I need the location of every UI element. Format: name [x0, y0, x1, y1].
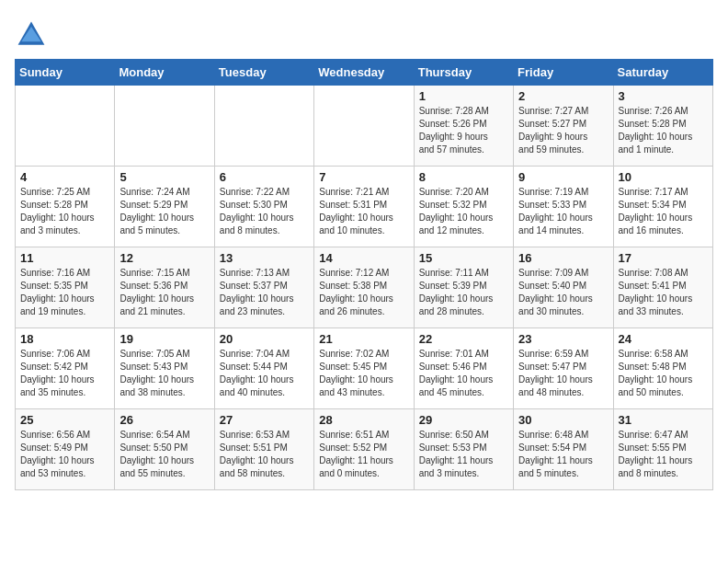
- day-info: Sunrise: 7:04 AM Sunset: 5:44 PM Dayligh…: [220, 348, 309, 399]
- day-number: 23: [518, 332, 608, 346]
- calendar-cell: 4Sunrise: 7:25 AM Sunset: 5:28 PM Daylig…: [16, 167, 115, 247]
- calendar-cell: 30Sunrise: 6:48 AM Sunset: 5:54 PM Dayli…: [514, 409, 613, 490]
- calendar-cell: [115, 86, 214, 167]
- calendar-cell: 3Sunrise: 7:26 AM Sunset: 5:28 PM Daylig…: [613, 86, 712, 167]
- day-info: Sunrise: 7:16 AM Sunset: 5:35 PM Dayligh…: [20, 267, 109, 318]
- day-info: Sunrise: 6:47 AM Sunset: 5:55 PM Dayligh…: [619, 429, 708, 480]
- day-info: Sunrise: 7:17 AM Sunset: 5:34 PM Dayligh…: [619, 186, 708, 237]
- day-number: 24: [619, 332, 708, 346]
- day-info: Sunrise: 7:09 AM Sunset: 5:40 PM Dayligh…: [518, 267, 608, 318]
- day-info: Sunrise: 7:15 AM Sunset: 5:36 PM Dayligh…: [119, 267, 209, 318]
- day-number: 10: [619, 170, 708, 184]
- calendar-cell: 24Sunrise: 6:58 AM Sunset: 5:48 PM Dayli…: [613, 328, 712, 409]
- day-info: Sunrise: 6:48 AM Sunset: 5:54 PM Dayligh…: [518, 429, 608, 480]
- day-info: Sunrise: 6:58 AM Sunset: 5:48 PM Dayligh…: [619, 348, 708, 399]
- calendar-header-monday: Monday: [115, 60, 214, 86]
- calendar-header-tuesday: Tuesday: [214, 60, 313, 86]
- day-info: Sunrise: 7:28 AM Sunset: 5:26 PM Dayligh…: [419, 105, 508, 156]
- calendar-cell: 5Sunrise: 7:24 AM Sunset: 5:29 PM Daylig…: [115, 167, 214, 247]
- day-number: 19: [119, 332, 209, 346]
- day-number: 28: [319, 413, 408, 427]
- day-number: 5: [119, 170, 209, 184]
- calendar-cell: 6Sunrise: 7:22 AM Sunset: 5:30 PM Daylig…: [214, 167, 313, 247]
- day-info: Sunrise: 7:19 AM Sunset: 5:33 PM Dayligh…: [518, 186, 608, 237]
- calendar-cell: 1Sunrise: 7:28 AM Sunset: 5:26 PM Daylig…: [414, 86, 513, 167]
- calendar-cell: 18Sunrise: 7:06 AM Sunset: 5:42 PM Dayli…: [16, 328, 115, 409]
- calendar-cell: 27Sunrise: 6:53 AM Sunset: 5:51 PM Dayli…: [214, 409, 313, 490]
- day-number: 15: [419, 251, 508, 265]
- calendar-cell: 11Sunrise: 7:16 AM Sunset: 5:35 PM Dayli…: [16, 247, 115, 328]
- calendar-cell: 17Sunrise: 7:08 AM Sunset: 5:41 PM Dayli…: [613, 247, 712, 328]
- day-info: Sunrise: 6:50 AM Sunset: 5:53 PM Dayligh…: [419, 429, 508, 480]
- calendar-header-saturday: Saturday: [613, 60, 712, 86]
- day-number: 16: [518, 251, 608, 265]
- calendar-cell: 21Sunrise: 7:02 AM Sunset: 5:45 PM Dayli…: [314, 328, 414, 409]
- day-number: 7: [319, 170, 408, 184]
- calendar-cell: 31Sunrise: 6:47 AM Sunset: 5:55 PM Dayli…: [613, 409, 712, 490]
- calendar-cell: 19Sunrise: 7:05 AM Sunset: 5:43 PM Dayli…: [115, 328, 214, 409]
- calendar-cell: 16Sunrise: 7:09 AM Sunset: 5:40 PM Dayli…: [514, 247, 613, 328]
- day-info: Sunrise: 7:21 AM Sunset: 5:31 PM Dayligh…: [319, 186, 408, 237]
- day-info: Sunrise: 7:13 AM Sunset: 5:37 PM Dayligh…: [220, 267, 309, 318]
- calendar-cell: 7Sunrise: 7:21 AM Sunset: 5:31 PM Daylig…: [314, 167, 414, 247]
- calendar-cell: 22Sunrise: 7:01 AM Sunset: 5:46 PM Dayli…: [414, 328, 513, 409]
- calendar-week-row-1: 1Sunrise: 7:28 AM Sunset: 5:26 PM Daylig…: [16, 86, 713, 167]
- calendar-cell: [16, 86, 115, 167]
- day-number: 21: [319, 332, 408, 346]
- calendar-header-sunday: Sunday: [16, 60, 115, 86]
- day-number: 31: [619, 413, 708, 427]
- calendar-week-row-5: 25Sunrise: 6:56 AM Sunset: 5:49 PM Dayli…: [16, 409, 713, 490]
- day-info: Sunrise: 7:24 AM Sunset: 5:29 PM Dayligh…: [119, 186, 209, 237]
- day-number: 27: [220, 413, 309, 427]
- day-info: Sunrise: 7:27 AM Sunset: 5:27 PM Dayligh…: [518, 105, 608, 156]
- calendar-cell: 9Sunrise: 7:19 AM Sunset: 5:33 PM Daylig…: [514, 167, 613, 247]
- day-number: 8: [419, 170, 508, 184]
- day-number: 14: [319, 251, 408, 265]
- day-number: 17: [619, 251, 708, 265]
- day-number: 11: [20, 251, 109, 265]
- calendar-week-row-2: 4Sunrise: 7:25 AM Sunset: 5:28 PM Daylig…: [16, 167, 713, 247]
- day-number: 22: [419, 332, 508, 346]
- day-number: 3: [619, 89, 708, 103]
- calendar-cell: 10Sunrise: 7:17 AM Sunset: 5:34 PM Dayli…: [613, 167, 712, 247]
- logo: [15, 18, 51, 52]
- day-info: Sunrise: 7:12 AM Sunset: 5:38 PM Dayligh…: [319, 267, 408, 318]
- day-info: Sunrise: 7:26 AM Sunset: 5:28 PM Dayligh…: [619, 105, 708, 156]
- day-info: Sunrise: 7:06 AM Sunset: 5:42 PM Dayligh…: [20, 348, 109, 399]
- calendar-week-row-4: 18Sunrise: 7:06 AM Sunset: 5:42 PM Dayli…: [16, 328, 713, 409]
- day-number: 2: [518, 89, 608, 103]
- day-number: 18: [20, 332, 109, 346]
- calendar-cell: 28Sunrise: 6:51 AM Sunset: 5:52 PM Dayli…: [314, 409, 414, 490]
- calendar-table: SundayMondayTuesdayWednesdayThursdayFrid…: [15, 59, 713, 490]
- day-info: Sunrise: 7:05 AM Sunset: 5:43 PM Dayligh…: [119, 348, 209, 399]
- day-info: Sunrise: 7:08 AM Sunset: 5:41 PM Dayligh…: [619, 267, 708, 318]
- day-number: 6: [220, 170, 309, 184]
- day-info: Sunrise: 6:51 AM Sunset: 5:52 PM Dayligh…: [319, 429, 408, 480]
- day-info: Sunrise: 7:01 AM Sunset: 5:46 PM Dayligh…: [419, 348, 508, 399]
- day-info: Sunrise: 7:22 AM Sunset: 5:30 PM Dayligh…: [220, 186, 309, 237]
- calendar-header-thursday: Thursday: [414, 60, 513, 86]
- day-number: 13: [220, 251, 309, 265]
- calendar-week-row-3: 11Sunrise: 7:16 AM Sunset: 5:35 PM Dayli…: [16, 247, 713, 328]
- calendar-cell: 14Sunrise: 7:12 AM Sunset: 5:38 PM Dayli…: [314, 247, 414, 328]
- day-number: 29: [419, 413, 508, 427]
- calendar-header-wednesday: Wednesday: [314, 60, 414, 86]
- day-number: 25: [20, 413, 109, 427]
- calendar-cell: 15Sunrise: 7:11 AM Sunset: 5:39 PM Dayli…: [414, 247, 513, 328]
- page-header: [15, 15, 713, 52]
- calendar-cell: 2Sunrise: 7:27 AM Sunset: 5:27 PM Daylig…: [514, 86, 613, 167]
- calendar-cell: 8Sunrise: 7:20 AM Sunset: 5:32 PM Daylig…: [414, 167, 513, 247]
- calendar-cell: 23Sunrise: 6:59 AM Sunset: 5:47 PM Dayli…: [514, 328, 613, 409]
- day-info: Sunrise: 6:54 AM Sunset: 5:50 PM Dayligh…: [119, 429, 209, 480]
- calendar-header-row: SundayMondayTuesdayWednesdayThursdayFrid…: [16, 60, 713, 86]
- day-info: Sunrise: 7:11 AM Sunset: 5:39 PM Dayligh…: [419, 267, 508, 318]
- day-number: 4: [20, 170, 109, 184]
- day-number: 20: [220, 332, 309, 346]
- day-number: 1: [419, 89, 508, 103]
- calendar-cell: 26Sunrise: 6:54 AM Sunset: 5:50 PM Dayli…: [115, 409, 214, 490]
- calendar-cell: 25Sunrise: 6:56 AM Sunset: 5:49 PM Dayli…: [16, 409, 115, 490]
- day-info: Sunrise: 7:02 AM Sunset: 5:45 PM Dayligh…: [319, 348, 408, 399]
- day-number: 9: [518, 170, 608, 184]
- day-info: Sunrise: 7:20 AM Sunset: 5:32 PM Dayligh…: [419, 186, 508, 237]
- day-number: 26: [119, 413, 209, 427]
